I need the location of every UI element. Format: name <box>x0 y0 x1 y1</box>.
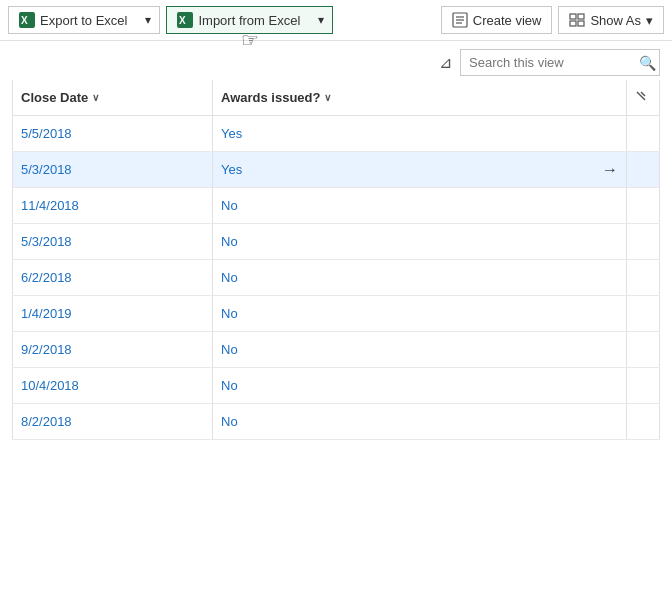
excel-import-icon: X <box>177 12 193 28</box>
data-table: Close Date ∨ Awards issued? ∨ <box>12 80 660 440</box>
table-container: Close Date ∨ Awards issued? ∨ <box>0 80 672 440</box>
close-date-sort-icon: ∨ <box>92 92 99 103</box>
import-excel-label: Import from Excel <box>198 13 300 28</box>
export-excel-group: X Export to Excel ▾ <box>8 6 160 34</box>
svg-rect-8 <box>570 14 576 19</box>
cell-extra <box>627 260 660 296</box>
resize-grid-icon <box>635 90 647 102</box>
svg-line-12 <box>637 92 645 100</box>
cell-extra <box>627 404 660 440</box>
table-row: 5/3/2018Yes→ <box>13 152 660 188</box>
import-excel-group: X Import from Excel ▾ ☞ <box>166 6 333 34</box>
show-as-icon <box>569 12 585 28</box>
cell-awards-issued[interactable]: No <box>213 404 627 440</box>
cell-close-date[interactable]: 5/3/2018 <box>13 224 213 260</box>
svg-text:X: X <box>179 15 186 26</box>
export-excel-button[interactable]: X Export to Excel <box>8 6 137 34</box>
export-excel-chevron: ▾ <box>145 13 151 27</box>
cell-awards-issued[interactable]: No <box>213 260 627 296</box>
cell-extra <box>627 188 660 224</box>
cell-close-date[interactable]: 5/3/2018 <box>13 152 213 188</box>
svg-rect-10 <box>570 21 576 26</box>
cell-extra <box>627 296 660 332</box>
create-view-button[interactable]: Create view <box>441 6 553 34</box>
cell-awards-issued[interactable]: Yes <box>213 116 627 152</box>
create-view-icon <box>452 12 468 28</box>
cell-awards-issued[interactable]: No <box>213 368 627 404</box>
svg-rect-11 <box>578 21 584 26</box>
create-view-label: Create view <box>473 13 542 28</box>
cell-awards-issued[interactable]: Yes→ <box>213 152 627 188</box>
import-excel-button[interactable]: X Import from Excel <box>166 6 310 34</box>
cell-close-date[interactable]: 11/4/2018 <box>13 188 213 224</box>
table-row: 10/4/2018No <box>13 368 660 404</box>
filter-icon[interactable]: ⊿ <box>439 53 452 72</box>
export-excel-label: Export to Excel <box>40 13 127 28</box>
cell-awards-issued[interactable]: No <box>213 188 627 224</box>
excel-icon: X <box>19 12 35 28</box>
table-row: 6/2/2018No <box>13 260 660 296</box>
cell-close-date[interactable]: 10/4/2018 <box>13 368 213 404</box>
table-row: 5/5/2018Yes <box>13 116 660 152</box>
table-row: 5/3/2018No <box>13 224 660 260</box>
cell-awards-issued[interactable]: No <box>213 296 627 332</box>
search-button[interactable]: 🔍 <box>631 51 664 75</box>
cell-extra <box>627 152 660 188</box>
show-as-chevron: ▾ <box>646 13 653 28</box>
import-excel-chevron: ▾ <box>318 13 324 27</box>
svg-rect-9 <box>578 14 584 19</box>
table-row: 9/2/2018No <box>13 332 660 368</box>
table-row: 8/2/2018No <box>13 404 660 440</box>
search-input[interactable] <box>461 50 631 75</box>
cell-close-date[interactable]: 5/5/2018 <box>13 116 213 152</box>
table-row: 11/4/2018No <box>13 188 660 224</box>
col-header-close-date[interactable]: Close Date ∨ <box>13 80 213 116</box>
cell-extra <box>627 332 660 368</box>
awards-issued-sort-icon: ∨ <box>324 92 331 103</box>
table-row: 1/4/2019No <box>13 296 660 332</box>
import-excel-dropdown[interactable]: ▾ <box>310 6 333 34</box>
svg-text:X: X <box>21 15 28 26</box>
cell-awards-issued[interactable]: No <box>213 332 627 368</box>
cell-awards-issued[interactable]: No <box>213 224 627 260</box>
search-box: 🔍 <box>460 49 660 76</box>
cell-extra <box>627 224 660 260</box>
cell-extra <box>627 116 660 152</box>
search-area: ⊿ 🔍 <box>0 41 672 80</box>
cell-close-date[interactable]: 9/2/2018 <box>13 332 213 368</box>
col-extra <box>627 80 660 116</box>
row-arrow-icon: → <box>602 161 618 179</box>
svg-line-13 <box>641 92 645 96</box>
cell-close-date[interactable]: 6/2/2018 <box>13 260 213 296</box>
close-date-label: Close Date <box>21 90 88 105</box>
show-as-button[interactable]: Show As ▾ <box>558 6 664 34</box>
cell-close-date[interactable]: 1/4/2019 <box>13 296 213 332</box>
cell-close-date[interactable]: 8/2/2018 <box>13 404 213 440</box>
table-header-row: Close Date ∨ Awards issued? ∨ <box>13 80 660 116</box>
awards-issued-label: Awards issued? <box>221 90 320 105</box>
table-body: 5/5/2018Yes5/3/2018Yes→11/4/2018No5/3/20… <box>13 116 660 440</box>
show-as-label: Show As <box>590 13 641 28</box>
col-header-awards-issued[interactable]: Awards issued? ∨ <box>213 80 627 116</box>
cell-extra <box>627 368 660 404</box>
toolbar: X Export to Excel ▾ X Import from Excel … <box>0 0 672 41</box>
export-excel-dropdown[interactable]: ▾ <box>137 6 160 34</box>
